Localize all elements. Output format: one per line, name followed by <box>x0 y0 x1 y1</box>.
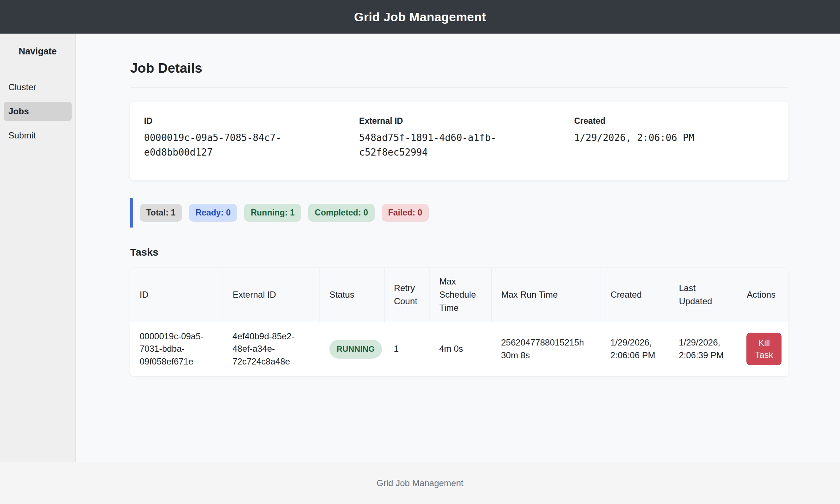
task-id-cell: 0000019c-09a5-7031-bdba-09f058ef671e <box>130 322 223 376</box>
col-header-status: Status <box>320 268 384 322</box>
job-field-created: Created 1/29/2026, 2:06:06 PM <box>574 116 775 160</box>
top-navbar: Grid Job Management <box>0 0 840 34</box>
task-created-cell: 1/29/2026, 2:06:06 PM <box>601 322 669 376</box>
task-actions-cell: Kill Task <box>737 322 788 376</box>
app-title: Grid Job Management <box>354 10 486 24</box>
table-row: 0000019c-09a5-7031-bdba-09f058ef671e 4ef… <box>130 322 788 376</box>
sidebar-item-cluster[interactable]: Cluster <box>4 78 72 97</box>
job-field-external-id-label: External ID <box>359 116 559 126</box>
kill-task-button[interactable]: Kill Task <box>746 333 782 365</box>
job-field-id-label: ID <box>144 116 344 126</box>
sidebar: Navigate Cluster Jobs Submit <box>0 34 76 462</box>
task-max-schedule-time-cell: 4m 0s <box>430 322 491 376</box>
col-header-created: Created <box>601 268 669 322</box>
col-header-id: ID <box>130 268 223 322</box>
page: Grid Job Management Navigate Cluster Job… <box>0 0 840 504</box>
col-header-actions: Actions <box>737 268 788 322</box>
sidebar-heading: Navigate <box>0 46 75 57</box>
page-footer: Grid Job Management <box>0 462 840 504</box>
badge-failed: Failed: 0 <box>382 204 429 222</box>
tasks-table-header: ID External ID Status Retry Count Max Sc… <box>130 268 788 322</box>
col-header-max-schedule-time: Max Schedule Time <box>430 268 491 322</box>
col-header-external-id: External ID <box>223 268 320 322</box>
task-max-run-time-cell: 2562047788015215h 30m 8s <box>492 322 601 376</box>
badge-ready: Ready: 0 <box>189 204 237 222</box>
col-header-retry-count: Retry Count <box>384 268 430 322</box>
footer-text: Grid Job Management <box>377 478 463 488</box>
status-badge: RUNNING <box>329 340 382 359</box>
task-retry-count-cell: 1 <box>384 322 430 376</box>
sidebar-item-jobs[interactable]: Jobs <box>4 102 72 121</box>
task-last-updated-cell: 1/29/2026, 2:06:39 PM <box>669 322 737 376</box>
badge-completed: Completed: 0 <box>308 204 375 222</box>
main-layout: Navigate Cluster Jobs Submit Job Details… <box>0 34 840 462</box>
job-details-card: ID 0000019c-09a5-7085-84c7-e0d8bb00d127 … <box>130 102 788 180</box>
tasks-table-container: ID External ID Status Retry Count Max Sc… <box>130 268 788 376</box>
main-content: Job Details ID 0000019c-09a5-7085-84c7-e… <box>76 34 840 462</box>
job-field-id: ID 0000019c-09a5-7085-84c7-e0d8bb00d127 <box>144 116 344 160</box>
job-field-created-label: Created <box>574 116 775 126</box>
tasks-heading: Tasks <box>130 247 788 258</box>
col-header-max-run-time: Max Run Time <box>492 268 601 322</box>
task-status-cell: RUNNING <box>320 322 384 376</box>
col-header-last-updated: Last Updated <box>669 268 737 322</box>
title-divider <box>130 87 788 88</box>
job-field-id-value: 0000019c-09a5-7085-84c7-e0d8bb00d127 <box>144 130 344 160</box>
task-counters: Total: 1 Ready: 0 Running: 1 Completed: … <box>130 198 788 228</box>
badge-total: Total: 1 <box>140 204 182 222</box>
job-field-external-id-value: 548ad75f-1891-4d60-a1fb-c52f8ec52994 <box>359 130 559 160</box>
job-field-external-id: External ID 548ad75f-1891-4d60-a1fb-c52f… <box>359 116 559 160</box>
tasks-table: ID External ID Status Retry Count Max Sc… <box>130 268 788 376</box>
badge-running: Running: 1 <box>244 204 301 222</box>
sidebar-item-submit[interactable]: Submit <box>4 126 72 145</box>
sidebar-nav: Cluster Jobs Submit <box>0 78 75 145</box>
job-field-created-value: 1/29/2026, 2:06:06 PM <box>574 130 775 145</box>
task-external-id-cell: 4ef40b9d-85e2-48ef-a34e-72c724c8a48e <box>223 322 320 376</box>
page-title: Job Details <box>130 61 788 76</box>
